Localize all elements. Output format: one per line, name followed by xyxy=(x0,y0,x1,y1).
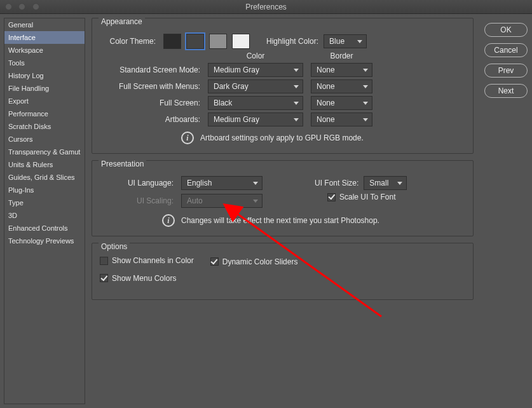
option-show-menu-colors: Show Menu Colors xyxy=(100,274,176,283)
sidebar-item-file-handling[interactable]: File Handling xyxy=(4,82,85,95)
chevron-down-icon xyxy=(363,102,368,105)
presentation-legend: Presentation xyxy=(99,160,146,168)
scale-ui-to-font-label: Scale UI To Font xyxy=(339,193,396,201)
sidebar-item-units-rulers[interactable]: Units & Rulers xyxy=(4,158,85,171)
ok-button[interactable]: OK xyxy=(484,23,528,37)
next-button[interactable]: Next xyxy=(484,84,528,98)
ui-language-select[interactable]: English xyxy=(181,176,263,190)
sidebar-item-plug-ins[interactable]: Plug-Ins xyxy=(4,184,85,196)
chevron-down-icon xyxy=(294,102,299,105)
ui-scaling-value: Auto xyxy=(187,196,203,205)
ui-language-label: UI Language: xyxy=(99,179,174,187)
screen-mode-label: Full Screen with Menus: xyxy=(99,82,200,91)
screen-mode-border-select[interactable]: None xyxy=(311,63,372,77)
color-theme-label: Color Theme: xyxy=(99,37,156,46)
options-legend: Options xyxy=(99,242,130,251)
sidebar-item-interface[interactable]: Interface xyxy=(4,31,85,44)
option-label: Show Menu Colors xyxy=(112,274,176,283)
sidebar-item-transparency-gamut[interactable]: Transparency & Gamut xyxy=(4,146,85,158)
presentation-note: Changes will take effect the next time y… xyxy=(181,216,379,225)
screen-mode-border-select[interactable]: None xyxy=(311,112,372,126)
screen-mode-color-select[interactable]: Medium Gray xyxy=(208,63,303,77)
screen-mode-row: Full Screen:BlackNone xyxy=(99,96,467,110)
theme-swatch-2[interactable] xyxy=(209,34,227,49)
titlebar: Preferences xyxy=(0,0,532,14)
chevron-down-icon xyxy=(397,182,402,185)
ui-scaling-select: Auto xyxy=(181,194,263,208)
chevron-down-icon xyxy=(363,118,368,121)
highlight-color-value: Blue xyxy=(329,37,344,46)
category-sidebar: GeneralInterfaceWorkspaceToolsHistory Lo… xyxy=(4,18,85,404)
appearance-legend: Appearance xyxy=(99,17,145,26)
sidebar-item-enhanced-controls[interactable]: Enhanced Controls xyxy=(4,222,85,235)
minimize-window-icon xyxy=(18,3,25,10)
sidebar-item-technology-previews[interactable]: Technology Previews xyxy=(4,235,85,247)
option-label: Show Channels in Color xyxy=(112,256,194,265)
chevron-down-icon xyxy=(357,40,362,43)
sidebar-item-scratch-disks[interactable]: Scratch Disks xyxy=(4,120,85,133)
theme-swatch-1[interactable] xyxy=(186,34,204,49)
info-icon: i xyxy=(162,214,175,227)
screen-mode-border-select[interactable]: None xyxy=(311,96,372,110)
appearance-note: Artboard settings only apply to GPU RGB … xyxy=(200,133,364,142)
ui-font-size-select[interactable]: Small xyxy=(364,176,407,190)
sidebar-item-history-log[interactable]: History Log xyxy=(4,69,85,82)
theme-swatch-0[interactable] xyxy=(163,34,181,49)
option-checkbox[interactable] xyxy=(100,274,108,282)
chevron-down-icon xyxy=(294,85,299,88)
scale-ui-to-font-checkbox[interactable] xyxy=(327,193,336,201)
sidebar-item-general[interactable]: General xyxy=(4,18,85,31)
ui-scaling-label: UI Scaling: xyxy=(99,196,174,205)
chevron-down-icon xyxy=(294,69,299,72)
chevron-down-icon xyxy=(253,200,258,203)
options-group: Options Show Channels in ColorDynamic Co… xyxy=(92,243,474,300)
sidebar-item-tools[interactable]: Tools xyxy=(4,57,85,69)
presentation-group: Presentation UI Language: English UI Fon… xyxy=(92,160,474,236)
screen-mode-row: Standard Screen Mode:Medium GrayNone xyxy=(99,63,467,77)
chevron-down-icon xyxy=(294,118,299,121)
highlight-color-select[interactable]: Blue xyxy=(324,34,367,48)
column-header-color: Color xyxy=(208,51,303,60)
content-area: OK Cancel Prev Next Appearance Color The… xyxy=(89,18,528,404)
sidebar-item-export[interactable]: Export xyxy=(4,95,85,107)
sidebar-item-guides-grid-slices[interactable]: Guides, Grid & Slices xyxy=(4,171,85,184)
chevron-down-icon xyxy=(363,69,368,72)
cancel-button[interactable]: Cancel xyxy=(484,43,528,57)
info-icon: i xyxy=(181,132,194,144)
option-dynamic-color-sliders: Dynamic Color Sliders xyxy=(210,257,298,266)
color-theme-swatches xyxy=(163,34,250,49)
option-checkbox[interactable] xyxy=(100,257,108,265)
option-show-channels-in-color: Show Channels in Color xyxy=(100,256,194,265)
ui-font-size-label: UI Font Size: xyxy=(315,179,358,187)
column-header-border: Border xyxy=(311,51,372,60)
screen-mode-color-select[interactable]: Medium Gray xyxy=(208,112,303,126)
option-checkbox[interactable] xyxy=(210,257,219,266)
theme-swatch-3[interactable] xyxy=(232,34,250,49)
window-buttons xyxy=(5,3,44,12)
screen-mode-row: Full Screen with Menus:Dark GrayNone xyxy=(99,79,467,93)
screen-mode-border-select[interactable]: None xyxy=(311,79,372,93)
sidebar-item-3d[interactable]: 3D xyxy=(4,209,85,222)
sidebar-item-type[interactable]: Type xyxy=(4,196,85,209)
ui-language-value: English xyxy=(187,179,212,187)
window-title: Preferences xyxy=(245,3,287,11)
ui-font-size-value: Small xyxy=(369,179,388,187)
appearance-group: Appearance Color Theme: Highlight Color:… xyxy=(92,18,474,154)
preferences-frame: GeneralInterfaceWorkspaceToolsHistory Lo… xyxy=(0,14,532,408)
zoom-window-icon xyxy=(32,3,39,10)
prev-button[interactable]: Prev xyxy=(484,64,528,78)
sidebar-item-cursors[interactable]: Cursors xyxy=(4,133,85,146)
sidebar-item-performance[interactable]: Performance xyxy=(4,107,85,120)
screen-mode-label: Standard Screen Mode: xyxy=(99,65,200,74)
screen-mode-color-select[interactable]: Black xyxy=(208,96,303,110)
option-label: Dynamic Color Sliders xyxy=(222,257,298,266)
highlight-color-label: Highlight Color: xyxy=(266,37,318,46)
screen-mode-label: Artboards: xyxy=(99,115,200,124)
close-window-icon[interactable] xyxy=(5,3,12,10)
screen-mode-label: Full Screen: xyxy=(99,99,200,107)
chevron-down-icon xyxy=(253,182,258,185)
screen-mode-color-select[interactable]: Dark Gray xyxy=(208,79,303,93)
dialog-buttons: OK Cancel Prev Next xyxy=(482,23,529,98)
screen-mode-row: Artboards:Medium GrayNone xyxy=(99,112,467,126)
sidebar-item-workspace[interactable]: Workspace xyxy=(4,44,85,57)
